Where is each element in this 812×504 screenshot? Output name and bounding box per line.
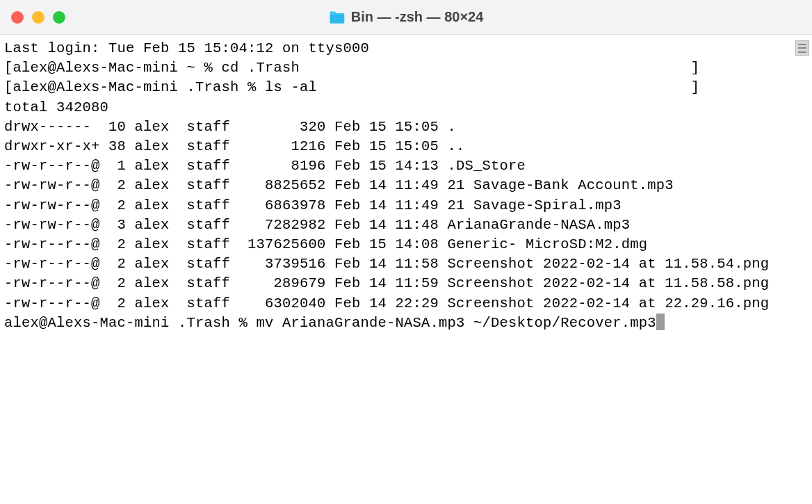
window-title: Bin — -zsh — 80×24	[329, 9, 484, 25]
prompt-line: alex@Alexs-Mac-mini ~ % cd .Trash	[13, 60, 691, 76]
traffic-lights	[11, 11, 65, 24]
listing-line: -rw-rw-r--@ 3 alex staff 7282982 Feb 14 …	[4, 217, 630, 233]
terminal-area[interactable]: Last login: Tue Feb 15 15:04:12 on ttys0…	[0, 35, 812, 504]
prompt-line: alex@Alexs-Mac-mini .Trash % ls -al	[13, 79, 691, 95]
listing-line: -rw-r--r--@ 2 alex staff 6302040 Feb 14 …	[4, 295, 769, 311]
listing-line: -rw-rw-r--@ 2 alex staff 6863978 Feb 14 …	[4, 197, 622, 213]
scroll-indicator-icon[interactable]	[795, 40, 809, 56]
current-prompt[interactable]: alex@Alexs-Mac-mini .Trash % mv ArianaGr…	[4, 315, 656, 331]
listing-line: -rw-r--r--@ 1 alex staff 8196 Feb 15 14:…	[4, 158, 526, 174]
prompt-bracket-left: [	[4, 79, 13, 95]
terminal-output[interactable]: Last login: Tue Feb 15 15:04:12 on ttys0…	[0, 35, 812, 337]
folder-icon	[329, 10, 346, 24]
window-titlebar: Bin — -zsh — 80×24	[0, 0, 812, 35]
close-button[interactable]	[11, 11, 24, 24]
last-login-line: Last login: Tue Feb 15 15:04:12 on ttys0…	[4, 40, 369, 56]
listing-line: -rw-r--r--@ 2 alex staff 3739516 Feb 14 …	[4, 256, 769, 272]
maximize-button[interactable]	[53, 11, 65, 24]
prompt-bracket-right: ]	[691, 60, 700, 76]
prompt-bracket-left: [	[4, 60, 13, 76]
listing-line: -rw-rw-r--@ 2 alex staff 8825652 Feb 14 …	[4, 177, 674, 193]
listing-line: -rw-r--r--@ 2 alex staff 137625600 Feb 1…	[4, 236, 647, 252]
prompt-bracket-right: ]	[691, 79, 700, 95]
minimize-button[interactable]	[32, 11, 44, 24]
listing-line: drwxr-xr-x+ 38 alex staff 1216 Feb 15 15…	[4, 138, 465, 154]
listing-line: drwx------ 10 alex staff 320 Feb 15 15:0…	[4, 119, 456, 135]
listing-line: -rw-r--r--@ 2 alex staff 289679 Feb 14 1…	[4, 275, 769, 291]
terminal-cursor	[656, 314, 665, 330]
window-title-text: Bin — -zsh — 80×24	[351, 9, 484, 25]
total-line: total 342080	[4, 99, 108, 115]
